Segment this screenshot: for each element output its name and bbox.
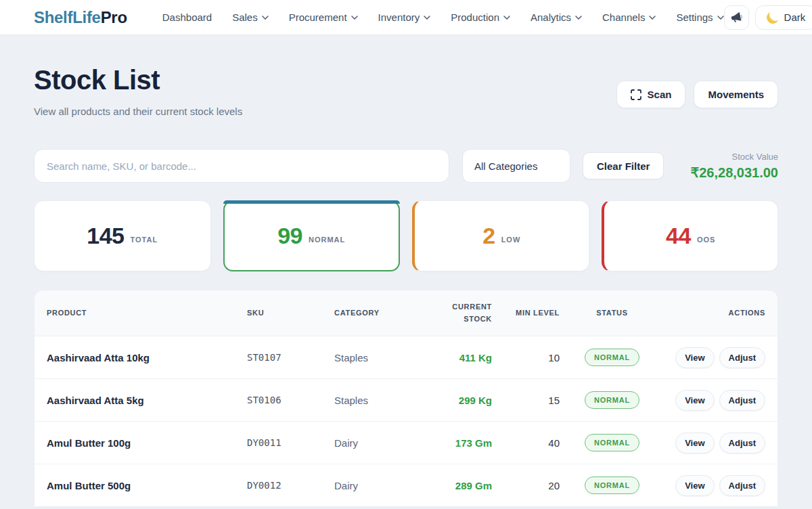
product-sku: ST0107 <box>247 352 334 363</box>
stat-oos-value: 44 <box>666 223 691 249</box>
nav-item-analytics[interactable]: Analytics <box>531 12 582 23</box>
nav-item-settings[interactable]: Settings <box>676 12 723 23</box>
filter-bar: All Categories Clear Filter Stock Value … <box>34 149 778 183</box>
chevron-down-icon <box>717 16 724 20</box>
current-stock: 299 Kg <box>424 395 492 406</box>
adjust-button[interactable]: Adjust <box>719 390 765 411</box>
clear-filter-button[interactable]: Clear Filter <box>583 152 664 179</box>
adjust-button[interactable]: Adjust <box>719 433 765 453</box>
page-title: Stock List <box>34 65 242 95</box>
chevron-down-icon <box>575 16 582 20</box>
min-level: 10 <box>492 352 560 363</box>
stat-total-label: TOTAL <box>131 236 158 244</box>
dark-mode-label: Dark <box>784 12 806 23</box>
nav-label: Procurement <box>289 12 347 23</box>
product-category: Staples <box>334 352 424 363</box>
view-button[interactable]: View <box>675 475 714 496</box>
table-row: Amul Butter 500g DY0012 Dairy 289 Gm 20 … <box>35 464 777 507</box>
announcement-button[interactable] <box>724 5 749 30</box>
nav-label: Channels <box>602 12 645 23</box>
chevron-down-icon <box>649 16 656 20</box>
stat-normal-label: NORMAL <box>309 236 345 244</box>
stock-value-amount: ₹26,28,031.00 <box>690 164 778 181</box>
view-button[interactable]: View <box>675 390 714 411</box>
column-header-sku: SKU <box>247 307 334 319</box>
product-sku: DY0012 <box>247 480 334 491</box>
brand-secondary: Pro <box>101 8 127 26</box>
nav-label: Analytics <box>531 12 571 23</box>
chevron-down-icon <box>351 16 358 20</box>
product-name: Amul Butter 500g <box>47 480 247 491</box>
stat-total-value: 145 <box>87 223 124 249</box>
product-sku: DY0011 <box>247 437 334 448</box>
nav-label: Inventory <box>378 12 420 23</box>
scan-button[interactable]: Scan <box>616 81 686 108</box>
stat-card-normal[interactable]: 99 NORMAL <box>223 200 401 271</box>
brand-logo[interactable]: ShelfLifePro <box>34 8 127 27</box>
nav-item-channels[interactable]: Channels <box>602 12 656 23</box>
product-name: Aashirvaad Atta 10kg <box>47 352 247 363</box>
product-category: Staples <box>334 395 424 406</box>
stock-table: PRODUCT SKU CATEGORY CURRENT STOCK MIN L… <box>34 290 778 508</box>
table-row: Aashirvaad Atta 5kg ST0106 Staples 299 K… <box>35 379 777 422</box>
nav-item-sales[interactable]: Sales <box>232 12 269 23</box>
current-stock: 289 Gm <box>424 480 492 491</box>
view-button[interactable]: View <box>675 347 714 368</box>
stock-value-summary: Stock Value ₹26,28,031.00 <box>690 152 778 181</box>
movements-button[interactable]: Movements <box>694 81 778 108</box>
column-header-category: CATEGORY <box>334 307 424 319</box>
main-nav: Dashboard Sales Procurement Inventory Pr… <box>162 12 724 23</box>
column-header-min-level: MIN LEVEL <box>492 307 560 319</box>
search-input[interactable] <box>34 149 449 183</box>
adjust-button[interactable]: Adjust <box>719 475 765 496</box>
page-header-text: Stock List View all products and their c… <box>34 65 242 117</box>
column-header-product: PRODUCT <box>47 307 247 319</box>
product-category: Dairy <box>334 437 424 449</box>
nav-item-procurement[interactable]: Procurement <box>289 12 358 23</box>
movements-label: Movements <box>708 89 764 100</box>
column-header-actions: ACTIONS <box>664 307 765 319</box>
page-header: Stock List View all products and their c… <box>34 65 778 117</box>
nav-item-inventory[interactable]: Inventory <box>378 12 431 23</box>
page-subtitle: View all products and their current stoc… <box>34 106 242 117</box>
product-name: Aashirvaad Atta 5kg <box>47 395 247 406</box>
category-selected-value: All Categories <box>474 160 537 172</box>
stat-card-oos[interactable]: 44 OOS <box>602 200 779 271</box>
moon-icon <box>765 9 780 24</box>
nav-label: Sales <box>232 12 258 23</box>
min-level: 20 <box>492 480 560 491</box>
status-badge: NORMAL <box>585 391 639 409</box>
nav-label: Settings <box>676 12 713 23</box>
status-badge: NORMAL <box>585 477 639 494</box>
current-stock: 173 Gm <box>424 437 492 449</box>
megaphone-icon <box>730 11 743 24</box>
chevron-down-icon <box>503 16 510 20</box>
stat-card-total[interactable]: 145 TOTAL <box>34 200 211 271</box>
scan-icon <box>631 89 641 100</box>
stat-normal-value: 99 <box>277 223 302 249</box>
dark-mode-toggle[interactable]: Dark <box>755 5 812 30</box>
stat-card-low[interactable]: 2 LOW <box>412 200 589 271</box>
min-level: 15 <box>492 395 560 406</box>
min-level: 40 <box>492 437 560 449</box>
stat-oos-label: OOS <box>697 236 715 244</box>
clear-filter-label: Clear Filter <box>597 160 650 172</box>
category-select[interactable]: All Categories <box>462 149 570 183</box>
page-header-actions: Scan Movements <box>616 81 778 108</box>
stock-value-label: Stock Value <box>690 152 778 162</box>
view-button[interactable]: View <box>675 433 714 453</box>
stat-low-value: 2 <box>482 223 495 249</box>
table-row: Amul Butter 100g DY0011 Dairy 173 Gm 40 … <box>35 422 777 464</box>
nav-label: Dashboard <box>162 12 212 23</box>
scan-label: Scan <box>648 89 672 100</box>
nav-item-production[interactable]: Production <box>451 12 510 23</box>
product-category: Dairy <box>334 480 424 491</box>
adjust-button[interactable]: Adjust <box>719 347 765 368</box>
chevron-down-icon <box>262 16 269 20</box>
brand-primary: ShelfLife <box>34 8 101 26</box>
column-header-status: STATUS <box>560 307 664 319</box>
nav-item-dashboard[interactable]: Dashboard <box>162 12 212 23</box>
product-sku: ST0106 <box>247 395 334 405</box>
product-name: Amul Butter 100g <box>47 437 247 449</box>
main-content: Stock List View all products and their c… <box>0 65 812 508</box>
